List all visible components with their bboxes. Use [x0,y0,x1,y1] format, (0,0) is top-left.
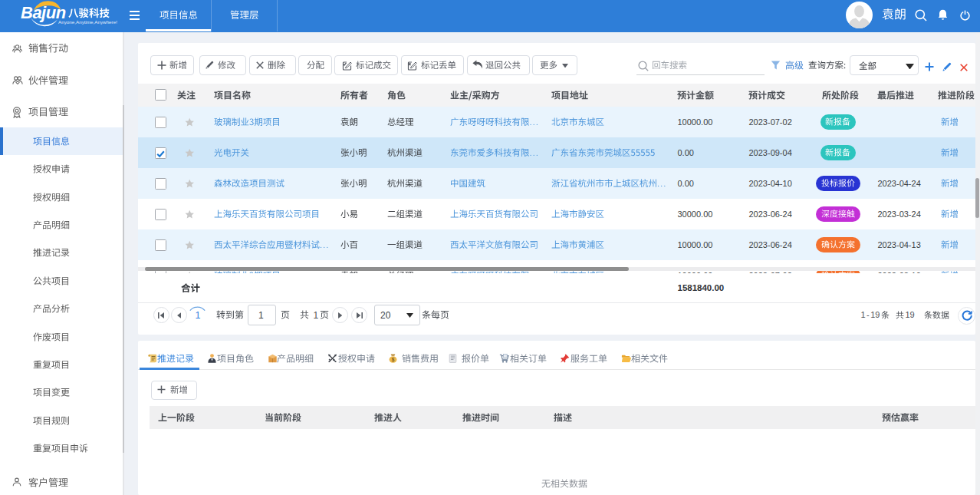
svg-text:$: $ [392,357,395,363]
